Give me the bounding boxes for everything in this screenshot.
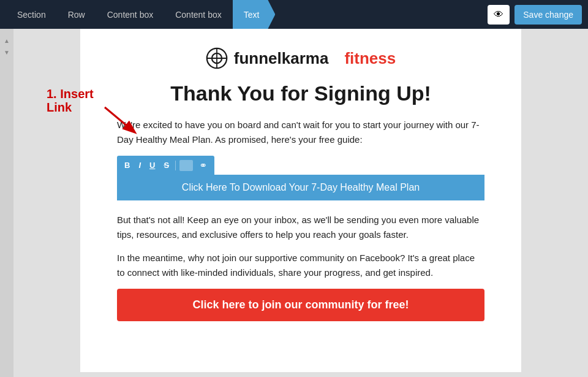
intro-paragraph: We're excited to have you on board and c… [117,118,484,147]
cta-container: Click here to join our community for fre… [117,289,484,321]
toolbar-separator [175,161,176,170]
logo-text-red: fitness [344,49,396,68]
sidebar: ▲ ▼ [0,29,13,377]
link-icon: ⚭ [199,160,207,170]
eye-icon: 👁 [494,9,503,20]
body-paragraph-1: But that's not all! Keep an eye on your … [117,213,484,242]
topbar: Section Row Content box Content box Text… [0,0,588,29]
link-text: Click Here To Download Your 7-Day Health… [128,182,473,193]
breadcrumb-content-box-2[interactable]: Content box [164,0,233,29]
link-button[interactable]: ⚭ [197,158,209,172]
scroll-up-arrow[interactable]: ▲ [4,37,10,44]
bold-button[interactable]: B [122,159,132,171]
selected-link-block[interactable]: Click Here To Download Your 7-Day Health… [117,175,484,200]
page-heading: Thank You for Signing Up! [117,82,484,105]
breadcrumb-text[interactable]: Text [233,0,276,29]
page-container: 1. Insert Link [80,29,521,372]
content-area: 1. Insert Link [13,29,588,377]
highlight-button[interactable] [179,160,193,171]
annotation: 1. Insert Link [47,87,94,114]
main-area: ▲ ▼ 1. Insert Link [0,29,588,377]
logo-text-black: funnelkarma [234,49,329,68]
text-toolbar: B I U S ⚭ [117,156,214,175]
scroll-down-arrow[interactable]: ▼ [4,49,10,56]
save-button[interactable]: Save change [514,5,582,25]
breadcrumb-section[interactable]: Section [6,0,57,29]
topbar-right: 👁 Save change [488,5,582,25]
breadcrumb-content-box-1[interactable]: Content box [96,0,165,29]
strikethrough-button[interactable]: S [161,159,172,171]
logo-area: funnelkarma fitness [117,47,484,69]
logo-icon [206,47,228,69]
cta-button[interactable]: Click here to join our community for fre… [117,289,484,321]
body-paragraph-2: In the meantime, why not join our suppor… [117,251,484,280]
preview-button[interactable]: 👁 [488,5,510,25]
breadcrumb-row[interactable]: Row [57,0,96,29]
underline-button[interactable]: U [147,159,157,171]
italic-button[interactable]: I [136,159,143,171]
